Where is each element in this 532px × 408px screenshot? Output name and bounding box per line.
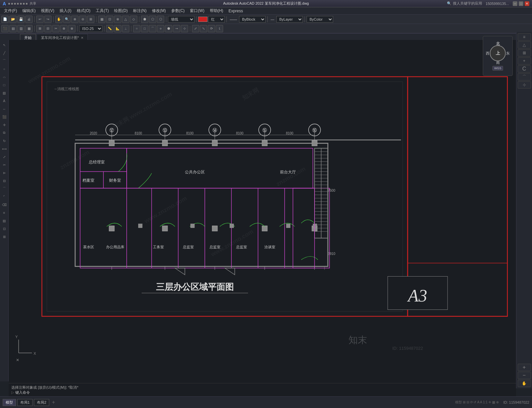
- lt-fillet[interactable]: ⌒: [1, 185, 8, 192]
- lt-block[interactable]: ⬛: [1, 113, 8, 120]
- menu-window[interactable]: 窗口(W): [187, 7, 207, 14]
- tb2-btn-13[interactable]: ○: [133, 25, 140, 32]
- plotstyle-combo[interactable]: ByColor: [307, 16, 333, 23]
- tb-btn-5[interactable]: ◇: [130, 16, 137, 23]
- tb2-btn-14[interactable]: □: [141, 25, 148, 32]
- maximize-button[interactable]: □: [519, 1, 523, 6]
- search-box[interactable]: 🔍 搜人关键字的应用: [447, 1, 482, 6]
- lt-erase[interactable]: ⌫: [1, 201, 8, 208]
- rp-btn-5[interactable]: C: [518, 65, 531, 73]
- command-input-line[interactable]: ▷ 键入命令: [11, 390, 513, 395]
- minimize-button[interactable]: ─: [513, 1, 517, 6]
- iso-combo[interactable]: ISO-25: [79, 25, 102, 32]
- save-button[interactable]: 💾: [17, 16, 25, 23]
- pan-button[interactable]: ✋: [55, 16, 63, 23]
- lt-trim[interactable]: ✂: [1, 161, 8, 168]
- lt-hatch[interactable]: ▨: [1, 89, 8, 97]
- menu-dimension[interactable]: 标注(N): [130, 7, 149, 14]
- zoom-in[interactable]: ⊕: [71, 16, 78, 23]
- rp-btn-6[interactable]: ⌒: [518, 73, 531, 81]
- lt-text[interactable]: A: [1, 97, 8, 104]
- lt-circle[interactable]: ○: [1, 65, 8, 73]
- tb2-btn-18[interactable]: ⊸: [173, 25, 180, 32]
- tb2-btn-6[interactable]: ⊟: [44, 25, 52, 32]
- layout2-tab[interactable]: 布局2: [34, 399, 49, 406]
- tb2-btn-1[interactable]: ⬛: [1, 25, 9, 32]
- menu-insert[interactable]: 插入(I): [57, 7, 74, 14]
- tb2-btn-2[interactable]: ▤: [9, 25, 17, 32]
- lt-line[interactable]: ╱: [1, 49, 8, 57]
- rp-btn-1[interactable]: ≡: [518, 33, 531, 41]
- rp-btn-3[interactable]: ⊞: [518, 49, 531, 57]
- tb2-btn-15[interactable]: ⌒: [149, 25, 156, 32]
- zoom-extents[interactable]: 🔍: [63, 16, 70, 23]
- linetype-combo[interactable]: ByBlock: [239, 16, 266, 23]
- tb-btn-3[interactable]: ⊗: [114, 16, 121, 23]
- zoom-window[interactable]: ⊞: [87, 16, 94, 23]
- lt-snap[interactable]: ⊡: [1, 225, 8, 232]
- color-indicator[interactable]: [198, 17, 207, 22]
- menu-file[interactable]: 文件(F): [1, 7, 20, 14]
- menu-express[interactable]: Express: [226, 8, 245, 14]
- tb2-btn-4[interactable]: ▦: [25, 25, 33, 32]
- tab-close-icon[interactable]: ✕: [81, 36, 83, 40]
- undo-button[interactable]: ↩: [36, 16, 44, 23]
- rp-zoom-out[interactable]: −: [518, 372, 531, 379]
- rp-btn-4[interactable]: +: [518, 57, 531, 65]
- color-combo[interactable]: 红: [208, 16, 225, 23]
- tb2-btn-23[interactable]: ⤹: [216, 25, 223, 32]
- tb2-btn-22[interactable]: ⟳: [208, 25, 215, 32]
- new-button[interactable]: 📄: [1, 16, 9, 23]
- zoom-out[interactable]: ⊖: [79, 16, 86, 23]
- lt-properties[interactable]: ≡: [1, 209, 8, 216]
- menu-view[interactable]: 视图(V): [38, 7, 57, 14]
- lt-arc[interactable]: ⌓: [1, 73, 8, 81]
- menu-tools[interactable]: 工具(T): [93, 7, 111, 14]
- rp-btn-7[interactable]: ⊹: [518, 81, 531, 89]
- tb-btn-7[interactable]: ⬠: [149, 16, 156, 23]
- lt-offset[interactable]: ⊟: [1, 177, 8, 184]
- menu-edit[interactable]: 编辑(E): [20, 7, 38, 14]
- close-button[interactable]: ✕: [525, 1, 529, 6]
- lt-copy[interactable]: ⧉: [1, 129, 8, 136]
- tb2-btn-3[interactable]: ▥: [17, 25, 25, 32]
- lt-viewport[interactable]: ⊞: [1, 233, 8, 240]
- open-button[interactable]: 📂: [9, 16, 17, 23]
- tb-btn-6[interactable]: ⬟: [141, 16, 148, 23]
- layout1-tab[interactable]: 布局1: [17, 399, 33, 406]
- lt-move[interactable]: ✛: [1, 121, 8, 128]
- menu-format[interactable]: 格式(O): [74, 7, 93, 14]
- tb-btn-2[interactable]: ⊡: [106, 16, 113, 23]
- lt-chamfer[interactable]: ⌜: [1, 193, 8, 200]
- tb2-btn-20[interactable]: ⤢: [192, 25, 199, 32]
- tb2-btn-8[interactable]: ⊕: [60, 25, 67, 32]
- lt-rotate[interactable]: ↻: [1, 137, 8, 144]
- canvas-area[interactable]: www.znzmo.com 知末网 www.znzmo.com znzmo.co…: [9, 40, 516, 396]
- add-layout-button[interactable]: +: [52, 399, 55, 405]
- lt-rect[interactable]: □: [1, 81, 8, 89]
- tb2-btn-11[interactable]: 📐: [114, 25, 121, 32]
- lt-extend[interactable]: ⊳: [1, 169, 8, 176]
- lineweight-combo[interactable]: ByLayer: [276, 16, 303, 23]
- model-tab[interactable]: 模型: [3, 399, 16, 406]
- menu-params[interactable]: 参数(C): [169, 7, 188, 14]
- tb2-btn-7[interactable]: ✂: [52, 25, 60, 32]
- tb-btn-1[interactable]: ▦: [98, 16, 105, 23]
- lt-scale[interactable]: ⤢: [1, 153, 8, 160]
- lt-layer[interactable]: ▤: [1, 217, 8, 224]
- tb-btn-8[interactable]: ⬡: [157, 16, 164, 23]
- tb2-btn-19[interactable]: ⊹: [181, 25, 188, 32]
- tb2-btn-9[interactable]: ⊗: [68, 25, 75, 32]
- redo-button[interactable]: ↪: [44, 16, 52, 23]
- rp-btn-2[interactable]: △: [518, 41, 531, 49]
- menu-modify[interactable]: 修改(M): [149, 7, 169, 14]
- tb2-btn-21[interactable]: ⤡: [200, 25, 207, 32]
- tb2-btn-17[interactable]: ⬢: [165, 25, 172, 32]
- rp-zoom-in[interactable]: +: [518, 364, 531, 371]
- lt-mirror[interactable]: ⟺: [1, 145, 8, 152]
- lt-dim[interactable]: ↔: [1, 105, 8, 112]
- lt-select[interactable]: ↖: [1, 41, 8, 49]
- rp-pan[interactable]: ✋: [518, 380, 531, 387]
- layer-combo[interactable]: 墙线: [168, 16, 195, 23]
- print-button[interactable]: 🖨: [25, 16, 33, 23]
